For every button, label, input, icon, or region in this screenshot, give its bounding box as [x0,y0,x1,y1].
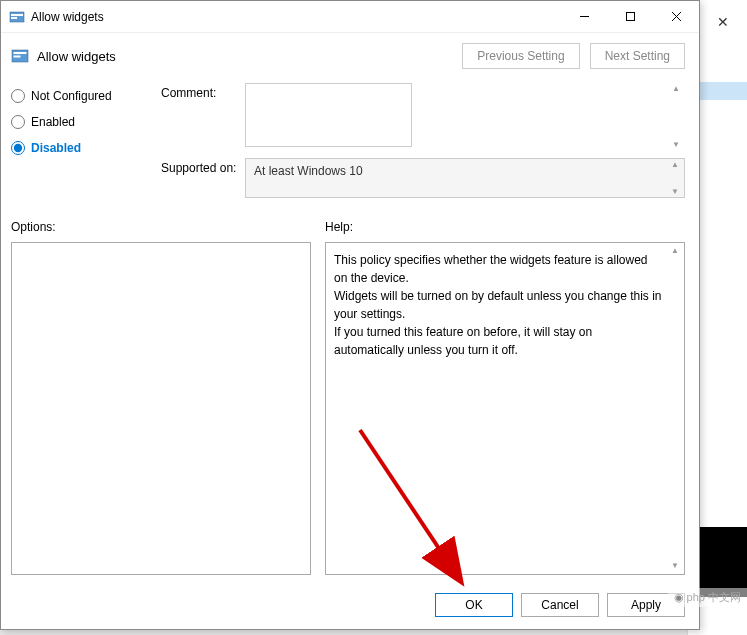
comment-textarea[interactable] [245,83,412,147]
options-label: Options: [11,216,311,234]
bg-selection-bar [700,82,747,100]
svg-rect-4 [626,13,634,21]
radio-disabled[interactable]: Disabled [11,141,141,155]
supported-scrollbar[interactable]: ▲▼ [668,160,682,196]
radio-not-configured-label: Not Configured [31,89,112,103]
titlebar: Allow widgets [1,1,699,33]
radio-not-configured[interactable]: Not Configured [11,89,141,103]
options-panel [11,242,311,575]
header-row: Allow widgets Previous Setting Next Sett… [1,33,699,75]
help-panel: This policy specifies whether the widget… [325,242,685,575]
state-radio-group: Not Configured Enabled Disabled [11,83,141,206]
svg-rect-8 [14,52,27,54]
next-setting-button[interactable]: Next Setting [590,43,685,69]
cancel-button[interactable]: Cancel [521,593,599,617]
window-controls [561,1,699,32]
options-column: Options: [11,216,311,575]
ok-button[interactable]: OK [435,593,513,617]
supported-label: Supported on: [161,158,245,175]
watermark: ◉ php 中文网 [668,588,747,607]
radio-not-configured-input[interactable] [11,89,25,103]
close-button[interactable] [653,1,699,32]
supported-on-value: At least Windows 10 [254,164,363,178]
bg-close-icon[interactable]: ✕ [717,14,729,30]
svg-rect-2 [11,17,17,19]
radio-enabled-input[interactable] [11,115,25,129]
window-title: Allow widgets [31,10,561,24]
previous-setting-button[interactable]: Previous Setting [462,43,579,69]
minimize-button[interactable] [561,1,607,32]
radio-disabled-label: Disabled [31,141,81,155]
help-column: Help: This policy specifies whether the … [325,216,685,575]
app-icon [9,9,25,25]
svg-rect-9 [14,56,21,58]
radio-disabled-input[interactable] [11,141,25,155]
lower-area: Options: Help: This policy specifies whe… [1,210,699,585]
comment-scrollbar[interactable]: ▲▼ [669,84,683,149]
radio-enabled-label: Enabled [31,115,75,129]
policy-icon [11,47,29,65]
right-config: Comment: ▲▼ Supported on: At least Windo… [161,83,685,206]
radio-enabled[interactable]: Enabled [11,115,141,129]
policy-title: Allow widgets [37,49,462,64]
help-text: This policy specifies whether the widget… [334,251,676,359]
help-label: Help: [325,216,685,234]
bg-black-box [700,527,747,597]
dialog-footer: OK Cancel Apply [1,585,699,629]
comment-label: Comment: [161,83,245,100]
supported-on-box: At least Windows 10 ▲▼ [245,158,685,198]
policy-dialog: Allow widgets Allow widgets Previous Set… [0,0,700,630]
svg-rect-1 [11,14,23,16]
config-area: Not Configured Enabled Disabled Comment:… [1,75,699,210]
maximize-button[interactable] [607,1,653,32]
help-scrollbar[interactable]: ▲▼ [668,245,682,572]
